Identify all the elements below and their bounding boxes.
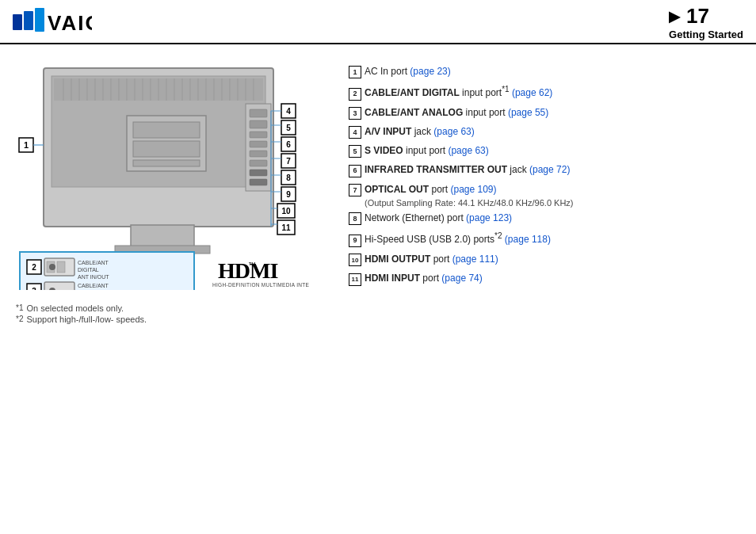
port-link-7[interactable]: (page 109) <box>450 184 496 195</box>
svg-rect-34 <box>133 141 200 157</box>
port-link-3[interactable]: (page 55) <box>508 107 548 118</box>
port-item-6: 6 INFRARED TRANSMITTER OUT jack (page 72… <box>349 162 740 177</box>
port-subtext-7: (Output Sampling Rate: 44.1 KHz/48.0 KHz… <box>365 198 740 208</box>
device-svg: 1 4 5 6 7 8 9 <box>16 60 309 290</box>
port-item-1: 1 AC In port (page 23) <box>349 64 740 78</box>
svg-text:3: 3 <box>32 287 36 290</box>
page-number-area: ▶ 17 <box>669 4 743 29</box>
port-link-5[interactable]: (page 63) <box>448 145 488 156</box>
footnotes: *1 On selected models only. *2 Support h… <box>0 303 756 324</box>
svg-text:6: 6 <box>286 140 291 149</box>
device-illustration-area: 1 4 5 6 7 8 9 <box>16 60 325 292</box>
svg-text:DIGITAL: DIGITAL <box>78 267 99 273</box>
page-header: VAIO ▶ 17 Getting Started <box>0 0 756 44</box>
svg-text:5: 5 <box>286 124 291 132</box>
port-num-2: 2 <box>349 88 361 101</box>
svg-text:11: 11 <box>281 223 291 232</box>
port-link-9[interactable]: (page 118) <box>505 234 551 245</box>
svg-rect-87 <box>44 282 74 290</box>
port-link-10[interactable]: (page 111) <box>452 254 498 265</box>
svg-rect-33 <box>133 122 200 138</box>
svg-rect-39 <box>250 132 267 138</box>
port-item-5: 5 S VIDEO input port (page 63) <box>349 143 740 158</box>
port-num-4: 4 <box>349 126 361 139</box>
port-text-5: S VIDEO input port (page 63) <box>365 143 740 158</box>
svg-rect-1 <box>24 11 33 30</box>
svg-rect-0 <box>13 14 22 30</box>
port-text-6: INFRARED TRANSMITTER OUT jack (page 72) <box>365 162 740 177</box>
footnote-text-1: On selected models only. <box>26 303 124 313</box>
port-link-8[interactable]: (page 123) <box>466 212 512 223</box>
arrow-icon: ▶ <box>669 8 680 25</box>
svg-text:2: 2 <box>32 263 36 272</box>
port-item-8: 8 Network (Ethernet) port (page 123) <box>349 211 740 225</box>
port-link-1[interactable]: (page 23) <box>410 66 450 77</box>
svg-text:™: ™ <box>248 261 256 269</box>
main-content: 1 4 5 6 7 8 9 <box>0 44 756 300</box>
port-item-3: 3 CABLE/ANT ANALOG input port (page 55) <box>349 105 740 120</box>
footnote-text-2: Support high-/full-/low- speeds. <box>26 315 147 324</box>
svg-text:CABLE/ANT: CABLE/ANT <box>78 283 109 288</box>
svg-rect-44 <box>250 179 267 185</box>
svg-text:7: 7 <box>286 157 291 166</box>
port-text-2: CABLE/ANT DIGITAL input port*1 (page 62) <box>365 83 740 100</box>
svg-text:CABLE/ANT: CABLE/ANT <box>78 260 109 265</box>
port-num-11: 11 <box>349 273 361 286</box>
port-item-2: 2 CABLE/ANT DIGITAL input port*1 (page 6… <box>349 83 740 100</box>
port-link-11[interactable]: (page 74) <box>441 273 482 284</box>
svg-rect-38 <box>250 120 267 128</box>
section-title: Getting Started <box>669 29 743 40</box>
svg-text:VAIO: VAIO <box>48 11 92 35</box>
port-num-5: 5 <box>349 145 361 158</box>
page-number: 17 <box>686 4 709 29</box>
footnote-ref-2: *2 <box>16 315 23 324</box>
port-num-6: 6 <box>349 165 361 177</box>
svg-text:10: 10 <box>281 207 291 216</box>
port-text-8: Network (Ethernet) port (page 123) <box>365 211 740 225</box>
footnote-1: *1 On selected models only. <box>16 303 740 313</box>
svg-rect-37 <box>250 109 267 117</box>
vaio-logo-svg: VAIO <box>13 8 92 36</box>
svg-text:4: 4 <box>286 107 291 116</box>
svg-rect-2 <box>35 8 44 32</box>
port-text-9: Hi-Speed USB (USB 2.0) ports*2 (page 118… <box>365 230 740 246</box>
svg-rect-80 <box>57 261 65 273</box>
port-text-11: HDMI INPUT port (page 74) <box>365 271 740 285</box>
svg-text:1: 1 <box>24 140 29 150</box>
port-num-7: 7 <box>349 184 361 196</box>
vaio-logo: VAIO <box>13 8 92 36</box>
footnote-ref-1: *1 <box>16 303 23 313</box>
svg-rect-35 <box>133 160 200 166</box>
svg-rect-42 <box>250 160 267 166</box>
port-num-1: 1 <box>349 66 361 78</box>
svg-text:ANT IN/OUT: ANT IN/OUT <box>78 274 109 280</box>
port-item-7: 7 OPTICAL OUT port (page 109) <box>349 182 740 196</box>
svg-rect-41 <box>250 151 267 157</box>
footnote-2: *2 Support high-/full-/low- speeds. <box>16 315 740 324</box>
port-text-4: A/V INPUT jack (page 63) <box>365 124 740 139</box>
port-text-1: AC In port (page 23) <box>365 64 740 78</box>
port-item-4: 4 A/V INPUT jack (page 63) <box>349 124 740 139</box>
svg-point-81 <box>49 264 55 270</box>
svg-text:8: 8 <box>286 174 291 182</box>
port-link-2[interactable]: (page 62) <box>512 87 552 98</box>
port-text-10: HDMI OUTPUT port (page 111) <box>365 252 740 266</box>
port-text-3: CABLE/ANT ANALOG input port (page 55) <box>365 105 740 120</box>
port-text-7: OPTICAL OUT port (page 109) <box>365 182 740 196</box>
port-num-8: 8 <box>349 212 361 225</box>
svg-text:HIGH-DEFINITION MULTIMEDIA INT: HIGH-DEFINITION MULTIMEDIA INTERFACE <box>212 282 309 288</box>
port-link-6[interactable]: (page 72) <box>529 164 570 175</box>
header-right: ▶ 17 Getting Started <box>669 4 743 40</box>
svg-text:9: 9 <box>286 190 291 199</box>
svg-rect-40 <box>250 141 267 147</box>
port-item-11: 11 HDMI INPUT port (page 74) <box>349 271 740 286</box>
port-num-3: 3 <box>349 107 361 120</box>
port-item-10: 10 HDMI OUTPUT port (page 111) <box>349 252 740 267</box>
svg-rect-43 <box>250 170 267 176</box>
port-item-9: 9 Hi-Speed USB (USB 2.0) ports*2 (page 1… <box>349 230 740 246</box>
port-descriptions: 1 AC In port (page 23) 2 CABLE/ANT DIGIT… <box>349 60 740 292</box>
port-num-10: 10 <box>349 254 361 266</box>
port-num-9: 9 <box>349 235 361 247</box>
port-link-4[interactable]: (page 63) <box>433 126 474 137</box>
